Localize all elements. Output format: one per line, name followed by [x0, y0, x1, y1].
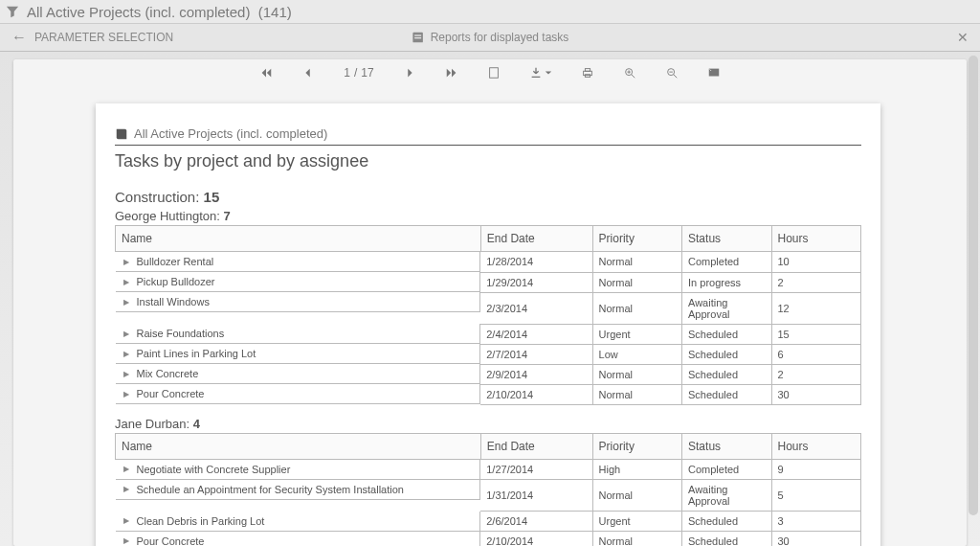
last-page-button[interactable]	[445, 66, 458, 80]
svg-rect-2	[414, 37, 421, 38]
page-total: 17	[361, 66, 373, 80]
zoom-in-button[interactable]	[623, 66, 636, 80]
scrollbar[interactable]	[969, 56, 978, 515]
expand-caret-icon[interactable]: ▶	[123, 298, 129, 307]
task-end: 2/7/2014	[480, 344, 592, 364]
header-count: (141)	[258, 4, 292, 20]
task-end: 1/27/2014	[480, 459, 592, 480]
page-sep: /	[354, 66, 357, 80]
task-priority: Normal	[592, 364, 681, 384]
next-page-button[interactable]	[403, 66, 416, 80]
task-status: Scheduled	[682, 324, 771, 344]
task-hours: 2	[771, 364, 861, 384]
expand-caret-icon[interactable]: ▶	[123, 370, 129, 378]
task-hours: 15	[771, 324, 861, 344]
task-status: Scheduled	[682, 532, 771, 547]
svg-rect-1	[414, 34, 421, 35]
download-button[interactable]	[529, 66, 552, 80]
table-row[interactable]: ▶Bulldozer Rental1/28/2014NormalComplete…	[116, 252, 861, 273]
report-icon	[412, 31, 425, 44]
task-end: 1/31/2014	[480, 480, 592, 512]
first-page-button[interactable]	[259, 66, 273, 80]
page-header: All Active Projects (incl. completed) (1…	[0, 0, 980, 23]
task-name: Mix Concrete	[137, 368, 199, 379]
back-arrow-icon[interactable]: ←	[11, 29, 27, 46]
zoom-out-button[interactable]	[665, 66, 679, 80]
task-priority: Normal	[592, 532, 681, 547]
table-row[interactable]: ▶Pour Concrete2/10/2014NormalScheduled30	[116, 532, 861, 547]
print-button[interactable]	[581, 66, 594, 80]
expand-caret-icon[interactable]: ▶	[123, 350, 129, 358]
col-end: End Date	[480, 433, 592, 459]
task-priority: Normal	[592, 384, 681, 404]
task-name: Raise Foundations	[137, 328, 225, 339]
task-end: 2/6/2014	[480, 512, 592, 532]
task-hours: 30	[771, 532, 861, 547]
table-row[interactable]: ▶Schedule an Appointment for Security Sy…	[116, 480, 861, 512]
close-icon[interactable]: ✕	[957, 30, 980, 45]
task-end: 2/10/2014	[480, 384, 592, 404]
project-count: 15	[204, 189, 220, 205]
col-hours: Hours	[771, 433, 861, 459]
task-hours: 6	[771, 344, 861, 364]
col-name: Name	[116, 433, 481, 459]
expand-caret-icon[interactable]: ▶	[123, 516, 129, 525]
task-status: Awaiting Approval	[682, 292, 771, 324]
fullscreen-button[interactable]	[707, 66, 721, 80]
svg-rect-5	[585, 69, 590, 72]
task-end: 1/29/2014	[480, 272, 592, 292]
back-label[interactable]: PARAMETER SELECTION	[34, 31, 173, 44]
table-row[interactable]: ▶Pickup Bulldozer1/29/2014NormalIn progr…	[116, 272, 861, 292]
expand-caret-icon[interactable]: ▶	[123, 536, 129, 545]
assignee-count: 4	[193, 417, 200, 431]
expand-caret-icon[interactable]: ▶	[123, 390, 129, 398]
filter-icon[interactable]	[6, 5, 19, 18]
header-title: All Active Projects (incl. completed) (1…	[27, 4, 292, 20]
table-row[interactable]: ▶Raise Foundations2/4/2014UrgentSchedule…	[116, 324, 861, 344]
task-end: 2/10/2014	[480, 532, 592, 547]
task-priority: High	[592, 459, 681, 480]
task-end: 2/9/2014	[480, 364, 592, 384]
table-row[interactable]: ▶Clean Debris in Parking Lot2/6/2014Urge…	[116, 512, 861, 532]
task-priority: Normal	[592, 480, 681, 512]
report-toolbar: 1 / 17	[13, 59, 967, 86]
task-priority: Normal	[592, 272, 681, 292]
task-priority: Urgent	[592, 512, 681, 532]
assignee-name: Jane Durban	[115, 417, 186, 431]
expand-caret-icon[interactable]: ▶	[123, 465, 129, 473]
task-name: Schedule an Appointment for Security Sys…	[137, 484, 404, 495]
task-name: Pickup Bulldozer	[137, 276, 215, 287]
task-end: 2/3/2014	[480, 292, 592, 324]
col-end: End Date	[480, 226, 592, 252]
task-status: Scheduled	[682, 344, 771, 364]
assignee-line: George Huttington: 7	[115, 209, 861, 223]
page-current: 1	[344, 66, 350, 80]
doc-header: All Active Projects (incl. completed)	[115, 126, 861, 146]
expand-caret-icon[interactable]: ▶	[123, 485, 129, 493]
task-hours: 12	[771, 292, 861, 324]
doc-title: Tasks by project and by assignee	[115, 151, 861, 171]
subbar-center-label: Reports for displayed tasks	[431, 31, 569, 44]
table-row[interactable]: ▶Pour Concrete2/10/2014NormalScheduled30	[116, 384, 861, 404]
task-name: Paint Lines in Parking Lot	[137, 348, 256, 359]
table-row[interactable]: ▶Install Windows2/3/2014NormalAwaiting A…	[116, 292, 861, 324]
table-row[interactable]: ▶Negotiate with Concrete Supplier1/27/20…	[116, 459, 861, 480]
prev-page-button[interactable]	[301, 66, 315, 80]
page-indicator: 1 / 17	[344, 66, 373, 80]
task-hours: 3	[771, 512, 861, 532]
document-page: All Active Projects (incl. completed) Ta…	[96, 103, 880, 546]
task-priority: Urgent	[592, 324, 681, 344]
doc-header-text: All Active Projects (incl. completed)	[134, 126, 327, 141]
task-status: In progress	[682, 272, 771, 292]
expand-caret-icon[interactable]: ▶	[123, 330, 129, 338]
task-priority: Normal	[592, 252, 681, 273]
single-page-icon[interactable]	[487, 66, 501, 80]
task-status: Scheduled	[682, 384, 771, 404]
task-hours: 30	[771, 384, 861, 404]
task-status: Completed	[682, 459, 771, 480]
table-row[interactable]: ▶Mix Concrete2/9/2014NormalScheduled2	[116, 364, 861, 384]
assignee-count: 7	[223, 209, 230, 223]
expand-caret-icon[interactable]: ▶	[123, 258, 129, 266]
table-row[interactable]: ▶Paint Lines in Parking Lot2/7/2014LowSc…	[116, 344, 861, 364]
expand-caret-icon[interactable]: ▶	[123, 278, 129, 286]
